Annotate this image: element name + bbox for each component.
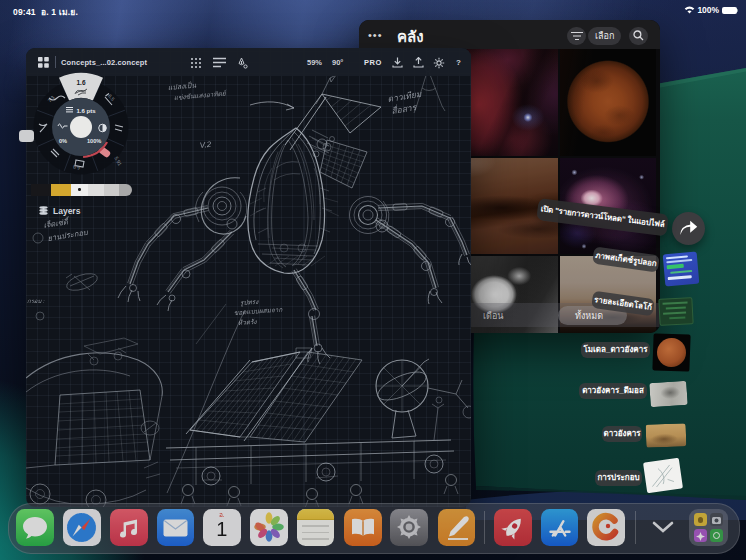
svg-text:6 g: 6 g (73, 165, 80, 171)
svg-text:ยานประกอบ: ยานประกอบ (47, 228, 89, 243)
svg-text:เจ็ดเซ่ตี้: เจ็ดเซ่ตี้ (43, 216, 72, 230)
svg-text:5.91: 5.91 (113, 155, 123, 167)
svg-text:V.2: V.2 (199, 140, 212, 150)
svg-text:1.6: 1.6 (76, 79, 85, 86)
svg-text:หัวตรัง: หัวตรัง (238, 318, 258, 326)
svg-text:ขอดแบบผสมจาก: ขอดแบบผสมจาก (234, 306, 284, 316)
svg-text:ดาวเทียม: ดาวเทียม (387, 89, 423, 104)
svg-text:สื่อสาร: สื่อสาร (391, 101, 419, 116)
svg-text:1.6 pts: 1.6 pts (77, 108, 97, 114)
svg-text:รูปทรง: รูปทรง (240, 298, 260, 307)
svg-text:100%: 100% (87, 138, 101, 144)
svg-text:0%: 0% (59, 138, 67, 144)
svg-text:กรอบ :: กรอบ : (27, 298, 45, 304)
